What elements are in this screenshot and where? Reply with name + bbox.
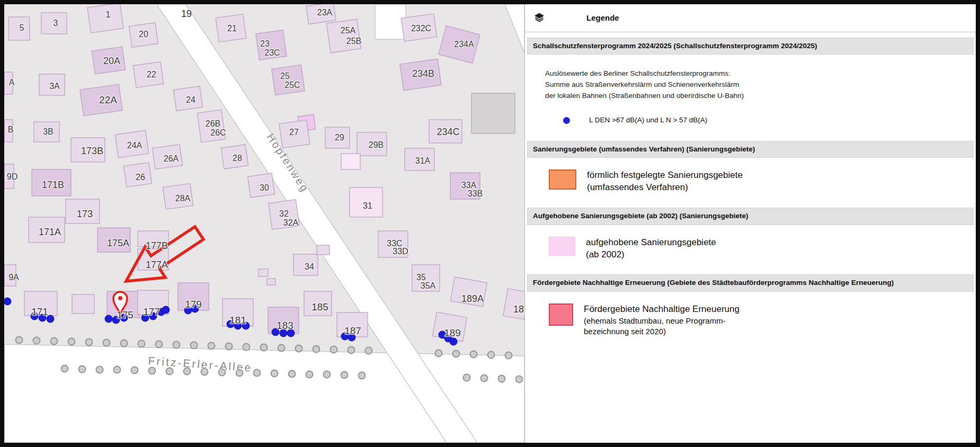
legend-section-aufgehoben: Aufgehobene Sanierungsgebiete (ab 2002) … <box>525 208 976 261</box>
tree-dot <box>156 341 163 348</box>
legend-item-sanierung: förmlich festgelegte Sanierungsgebiete (… <box>549 169 976 194</box>
tree-dot <box>488 352 495 359</box>
noise-marker-dot <box>31 312 38 320</box>
legend-item-label: L DEN >67 dB(A) und L N > 57 dB(A) <box>589 115 707 125</box>
noise-marker-dot <box>47 315 54 323</box>
map-canvas[interactable] <box>4 4 524 443</box>
tree-dot <box>131 367 138 374</box>
tree-dot <box>16 337 23 344</box>
tree-dot <box>61 365 68 372</box>
legend-section-schallschutz: Schallschutzfensterprogramm 2024/2025 (S… <box>525 38 976 125</box>
section-header: Sanierungsgebiete (umfassendes Verfahren… <box>527 141 974 158</box>
street-top <box>375 4 406 39</box>
label-line: (umfassendes Verfahren) <box>587 182 743 194</box>
label-line: förmlich festgelegte Sanierungsgebiete <box>587 169 743 182</box>
description-line: der lokalen Bahnen (Straßenbahnen und ob… <box>545 91 976 102</box>
tree-dot <box>505 352 512 359</box>
noise-marker-dot <box>112 316 120 324</box>
section-description: Auslösewerte des Berliner Schallschutzfe… <box>545 68 976 102</box>
legend-item-noise: L DEN >67 dB(A) und L N > 57 dB(A) <box>563 115 976 125</box>
tree-dot <box>86 339 93 346</box>
tree-dot <box>313 346 320 353</box>
noise-marker-dot <box>348 334 355 341</box>
noise-marker-dot <box>287 329 295 337</box>
tree-dot <box>166 368 173 375</box>
tree-dot <box>33 337 40 344</box>
layers-icon[interactable] <box>533 12 545 23</box>
tree-dot <box>278 345 285 352</box>
label-line: (ehemals Stadtumbau, neue Programm- <box>584 316 740 326</box>
legend-section-sanierung: Sanierungsgebiete (umfassendes Verfahren… <box>525 141 976 194</box>
tree-dot <box>296 345 302 352</box>
noise-marker-dot <box>4 298 11 305</box>
noise-marker-dot <box>120 314 128 321</box>
tree-dot <box>138 341 145 347</box>
tree-dot <box>348 347 355 354</box>
tree-dot <box>79 366 86 373</box>
noise-marker-dot <box>450 338 457 345</box>
section-header: Aufgehobene Sanierungsgebiete (ab 2002) … <box>527 208 974 225</box>
tree-dot <box>149 368 156 374</box>
tree-dot <box>453 351 460 357</box>
noise-marker-dot <box>191 305 199 312</box>
tree-dot <box>68 338 75 345</box>
label-line: bezeichnung seit 2020) <box>584 326 740 337</box>
noise-dot-symbol <box>563 117 570 124</box>
label-line: aufgehobene Sanierungsgebiete <box>586 237 716 249</box>
tree-dot <box>435 350 442 357</box>
legend-item-label: aufgehobene Sanierungsgebiete (ab 2002) <box>586 237 716 261</box>
tree-dot <box>481 375 488 382</box>
tree-dot <box>289 371 296 378</box>
sanierung-swatch <box>549 169 576 190</box>
tree-dot <box>173 342 180 348</box>
noise-marker-dot <box>341 333 349 340</box>
tree-dot <box>261 344 268 351</box>
legend-item-aufgehoben: aufgehobene Sanierungsgebiete (ab 2002) <box>549 237 976 261</box>
map-view[interactable]: 53119202123A25A25B232C234A20A222323C234B… <box>4 4 525 443</box>
label-line: (ab 2002) <box>586 249 716 261</box>
label-line: Fördergebiete Nachhaltige Erneuerung <box>584 303 740 316</box>
legend-item-foerdergebiete: Fördergebiete Nachhaltige Erneuerung (eh… <box>549 303 976 337</box>
tree-dot <box>464 374 470 381</box>
legend-title: Legende <box>586 13 619 22</box>
noise-marker-dot <box>280 329 287 337</box>
tree-dot <box>191 342 198 349</box>
tree-dot <box>226 343 233 350</box>
divider <box>525 32 976 32</box>
noise-marker-dot <box>39 314 46 321</box>
tree-dot <box>516 376 523 383</box>
tree-dot <box>96 366 103 373</box>
tree-dot <box>470 351 477 358</box>
tree-dot <box>103 339 110 346</box>
noise-marker-dot <box>162 306 170 314</box>
noise-marker-dot <box>141 314 149 321</box>
legend-item-label: förmlich festgelegte Sanierungsgebiete (… <box>587 169 743 194</box>
tree-dot <box>51 338 58 345</box>
legend-panel: Legende Schallschutzfensterprogramm 2024… <box>525 4 976 443</box>
location-pin-center <box>118 296 122 300</box>
tree-dot <box>219 369 226 376</box>
noise-marker-dot <box>242 322 250 329</box>
tree-dot <box>341 372 348 379</box>
legend-item-label: Fördergebiete Nachhaltige Erneuerung (eh… <box>584 303 740 337</box>
section-header: Schallschutzfensterprogramm 2024/2025 (S… <box>527 38 974 55</box>
tree-dot <box>236 370 243 377</box>
screenshot-frame: 53119202123A25A25B232C234A20A222323C234B… <box>0 0 980 447</box>
tree-dot <box>271 370 278 377</box>
tree-dot <box>243 344 250 351</box>
foerdergebiete-swatch <box>549 303 573 326</box>
description-line: Summe aus Straßenverkehrslärm und Schien… <box>545 79 976 91</box>
tree-dot <box>184 368 191 375</box>
legend-section-foerdergebiete: Fördergebiete Nachhaltige Erneuerung (Ge… <box>525 274 976 337</box>
tree-dot <box>121 340 128 347</box>
tree-dot <box>331 346 337 353</box>
description-line: Auslösewerte des Berliner Schallschutzfe… <box>545 68 976 79</box>
legend-header: Legende <box>525 4 976 29</box>
tree-dot <box>306 371 313 378</box>
tree-dot <box>208 343 215 350</box>
noise-marker-dot <box>105 315 112 323</box>
noise-marker-dot <box>227 320 234 328</box>
tree-dot <box>498 376 505 382</box>
section-header: Fördergebiete Nachhaltige Erneuerung (Ge… <box>527 274 974 291</box>
tree-dot <box>366 347 372 354</box>
